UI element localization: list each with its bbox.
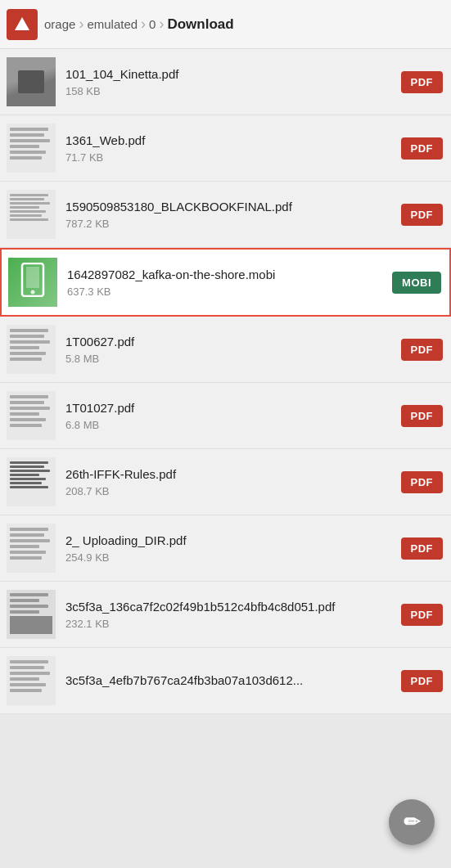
file-name: 1T00627.pdf [65, 334, 401, 350]
file-size: 71.7 KB [65, 151, 401, 164]
list-item[interactable]: 1T01027.pdf6.8 MBPDF [0, 383, 451, 449]
breadcrumb-storage[interactable]: orage [44, 17, 75, 31]
file-info: 1642897082_kafka-on-the-shore.mobi637.3 … [67, 267, 392, 298]
file-type-badge[interactable]: PDF [401, 405, 444, 427]
file-type-badge[interactable]: PDF [401, 339, 444, 361]
file-info: 3c5f3a_4efb7b767ca24fb3ba07a103d612... [65, 672, 401, 689]
file-thumbnail [8, 258, 57, 307]
file-info: 1590509853180_BLACKBOOKFINAL.pdf787.2 KB [65, 199, 401, 230]
fab-button[interactable]: ✏ [389, 799, 435, 845]
file-size: 637.3 KB [67, 286, 392, 298]
file-name: 1642897082_kafka-on-the-shore.mobi [67, 267, 392, 283]
file-type-badge[interactable]: PDF [401, 537, 444, 560]
file-thumbnail [7, 190, 56, 239]
file-size: 787.2 KB [65, 218, 401, 230]
file-info: 1T01027.pdf6.8 MB [65, 400, 401, 431]
breadcrumb-sep-1: › [79, 16, 83, 33]
app-icon-shape [15, 17, 29, 30]
file-info: 3c5f3a_136ca7f2c02f49b1b512c4bfb4c8d051.… [65, 599, 401, 630]
edit-icon: ✏ [404, 811, 420, 834]
file-size: 254.9 KB [65, 551, 401, 564]
file-type-badge[interactable]: PDF [401, 604, 444, 626]
mobi-icon [20, 263, 46, 303]
file-size: 158 KB [65, 85, 401, 97]
list-item[interactable]: 3c5f3a_136ca7f2c02f49b1b512c4bfb4c8d051.… [0, 582, 451, 648]
file-size: 5.8 MB [65, 353, 401, 365]
file-thumbnail [7, 57, 56, 106]
list-item[interactable]: 1361_Web.pdf71.7 KBPDF [0, 115, 451, 182]
breadcrumb-current: Download [167, 16, 233, 33]
list-item[interactable]: 3c5f3a_4efb7b767ca24fb3ba07a103d612...PD… [0, 648, 451, 714]
file-name: 3c5f3a_136ca7f2c02f49b1b512c4bfb4c8d051.… [65, 599, 401, 615]
header: orage › emulated › 0 › Download [0, 0, 451, 49]
breadcrumb-emulated[interactable]: emulated [87, 17, 138, 31]
breadcrumb-sep-3: › [159, 16, 164, 33]
file-size: 232.1 KB [65, 618, 401, 630]
list-item[interactable]: 2_ Uploading_DIR.pdf254.9 KBPDF [0, 515, 451, 582]
list-item[interactable]: 1T00627.pdf5.8 MBPDF [0, 317, 451, 383]
file-info: 1T00627.pdf5.8 MB [65, 334, 401, 365]
list-item[interactable]: 101_104_Kinetta.pdf158 KBPDF [0, 49, 451, 115]
breadcrumb: orage › emulated › 0 › Download [44, 16, 444, 33]
file-thumbnail [7, 457, 56, 506]
file-info: 2_ Uploading_DIR.pdf254.9 KB [65, 533, 401, 564]
file-type-badge[interactable]: PDF [401, 71, 444, 93]
file-thumbnail [7, 656, 56, 705]
file-name: 3c5f3a_4efb7b767ca24fb3ba07a103d612... [65, 672, 401, 689]
file-list: 101_104_Kinetta.pdf158 KBPDF1361_Web.pdf… [0, 49, 451, 714]
file-type-badge[interactable]: PDF [401, 670, 444, 692]
file-thumbnail [7, 325, 56, 374]
file-thumbnail [7, 524, 56, 573]
breadcrumb-zero[interactable]: 0 [149, 17, 156, 31]
app-icon [7, 9, 38, 40]
file-name: 101_104_Kinetta.pdf [65, 66, 401, 83]
file-thumbnail [7, 124, 56, 173]
file-thumbnail [7, 391, 56, 440]
file-size: 6.8 MB [65, 419, 401, 431]
breadcrumb-sep-2: › [141, 16, 146, 33]
file-type-badge[interactable]: PDF [401, 204, 444, 226]
file-size: 208.7 KB [65, 485, 401, 497]
file-thumbnail [7, 590, 56, 639]
file-name: 26th-IFFK-Rules.pdf [65, 466, 401, 483]
svg-rect-1 [26, 267, 39, 288]
file-name: 2_ Uploading_DIR.pdf [65, 533, 401, 549]
list-item[interactable]: 1590509853180_BLACKBOOKFINAL.pdf787.2 KB… [0, 182, 451, 248]
file-info: 101_104_Kinetta.pdf158 KB [65, 66, 401, 97]
file-name: 1T01027.pdf [65, 400, 401, 416]
file-name: 1361_Web.pdf [65, 133, 401, 149]
file-type-badge[interactable]: PDF [401, 471, 444, 493]
file-info: 1361_Web.pdf71.7 KB [65, 133, 401, 164]
svg-point-2 [31, 290, 35, 294]
list-item[interactable]: 1642897082_kafka-on-the-shore.mobi637.3 … [0, 248, 451, 317]
file-type-badge[interactable]: MOBI [392, 272, 441, 294]
file-name: 1590509853180_BLACKBOOKFINAL.pdf [65, 199, 401, 215]
file-type-badge[interactable]: PDF [401, 137, 444, 160]
list-item[interactable]: 26th-IFFK-Rules.pdf208.7 KBPDF [0, 449, 451, 515]
file-info: 26th-IFFK-Rules.pdf208.7 KB [65, 466, 401, 497]
